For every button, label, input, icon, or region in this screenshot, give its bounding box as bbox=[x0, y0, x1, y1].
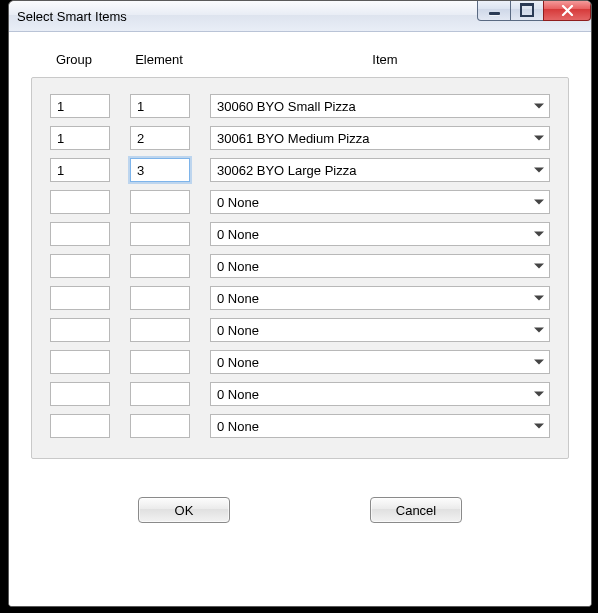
group-input[interactable] bbox=[50, 158, 110, 182]
close-icon bbox=[561, 5, 574, 16]
group-input[interactable] bbox=[50, 382, 110, 406]
element-input[interactable] bbox=[130, 190, 190, 214]
window-title: Select Smart Items bbox=[17, 9, 127, 24]
table-row: 30060 BYO Small Pizza bbox=[50, 94, 550, 118]
element-input[interactable] bbox=[130, 254, 190, 278]
item-combobox[interactable]: 0 None bbox=[210, 318, 550, 342]
table-row: 0 None bbox=[50, 414, 550, 438]
element-input[interactable] bbox=[130, 158, 190, 182]
chevron-down-icon bbox=[534, 104, 544, 109]
table-row: 0 None bbox=[50, 350, 550, 374]
chevron-down-icon bbox=[534, 200, 544, 205]
chevron-down-icon bbox=[534, 360, 544, 365]
element-input[interactable] bbox=[130, 350, 190, 374]
chevron-down-icon bbox=[534, 328, 544, 333]
maximize-icon bbox=[520, 3, 534, 17]
column-headers: Group Element Item bbox=[31, 52, 569, 67]
element-input[interactable] bbox=[130, 94, 190, 118]
element-input[interactable] bbox=[130, 382, 190, 406]
chevron-down-icon bbox=[534, 424, 544, 429]
client-area: Group Element Item 30060 BYO Small Pizza… bbox=[9, 32, 591, 607]
element-input[interactable] bbox=[130, 318, 190, 342]
item-combobox-value: 0 None bbox=[217, 419, 259, 434]
grid-frame: 30060 BYO Small Pizza30061 BYO Medium Pi… bbox=[31, 77, 569, 459]
item-combobox[interactable]: 0 None bbox=[210, 350, 550, 374]
item-combobox-value: 0 None bbox=[217, 387, 259, 402]
item-combobox-value: 0 None bbox=[217, 259, 259, 274]
close-button[interactable] bbox=[543, 0, 591, 21]
ok-button[interactable]: OK bbox=[138, 497, 230, 523]
item-combobox[interactable]: 30062 BYO Large Pizza bbox=[210, 158, 550, 182]
chevron-down-icon bbox=[534, 136, 544, 141]
chevron-down-icon bbox=[534, 296, 544, 301]
item-combobox-value: 0 None bbox=[217, 291, 259, 306]
header-element: Element bbox=[115, 52, 203, 67]
minimize-icon bbox=[489, 12, 500, 15]
chevron-down-icon bbox=[534, 264, 544, 269]
chevron-down-icon bbox=[534, 392, 544, 397]
item-combobox[interactable]: 30060 BYO Small Pizza bbox=[210, 94, 550, 118]
table-row: 0 None bbox=[50, 190, 550, 214]
table-row: 0 None bbox=[50, 382, 550, 406]
item-combobox[interactable]: 0 None bbox=[210, 254, 550, 278]
group-input[interactable] bbox=[50, 414, 110, 438]
item-combobox[interactable]: 0 None bbox=[210, 382, 550, 406]
element-input[interactable] bbox=[130, 414, 190, 438]
cancel-button[interactable]: Cancel bbox=[370, 497, 462, 523]
table-row: 30062 BYO Large Pizza bbox=[50, 158, 550, 182]
table-row: 0 None bbox=[50, 254, 550, 278]
group-input[interactable] bbox=[50, 286, 110, 310]
window-controls bbox=[478, 0, 591, 21]
item-combobox-value: 30062 BYO Large Pizza bbox=[217, 163, 356, 178]
dialog-window: Select Smart Items Group Element Item bbox=[8, 0, 592, 607]
chevron-down-icon bbox=[534, 232, 544, 237]
item-combobox-value: 0 None bbox=[217, 227, 259, 242]
group-input[interactable] bbox=[50, 126, 110, 150]
element-input[interactable] bbox=[130, 126, 190, 150]
group-input[interactable] bbox=[50, 222, 110, 246]
header-group: Group bbox=[33, 52, 115, 67]
group-input[interactable] bbox=[50, 318, 110, 342]
item-combobox-value: 0 None bbox=[217, 355, 259, 370]
table-row: 0 None bbox=[50, 318, 550, 342]
item-combobox[interactable]: 30061 BYO Medium Pizza bbox=[210, 126, 550, 150]
minimize-button[interactable] bbox=[477, 0, 511, 21]
item-combobox-value: 30060 BYO Small Pizza bbox=[217, 99, 356, 114]
header-item: Item bbox=[203, 52, 567, 67]
table-row: 30061 BYO Medium Pizza bbox=[50, 126, 550, 150]
item-combobox[interactable]: 0 None bbox=[210, 190, 550, 214]
item-combobox[interactable]: 0 None bbox=[210, 222, 550, 246]
item-combobox-value: 0 None bbox=[217, 195, 259, 210]
table-row: 0 None bbox=[50, 222, 550, 246]
chevron-down-icon bbox=[534, 168, 544, 173]
maximize-button[interactable] bbox=[510, 0, 544, 21]
group-input[interactable] bbox=[50, 254, 110, 278]
element-input[interactable] bbox=[130, 222, 190, 246]
dialog-buttons: OK Cancel bbox=[31, 497, 569, 523]
item-combobox-value: 0 None bbox=[217, 323, 259, 338]
item-combobox[interactable]: 0 None bbox=[210, 286, 550, 310]
group-input[interactable] bbox=[50, 190, 110, 214]
element-input[interactable] bbox=[130, 286, 190, 310]
item-combobox-value: 30061 BYO Medium Pizza bbox=[217, 131, 369, 146]
group-input[interactable] bbox=[50, 94, 110, 118]
table-row: 0 None bbox=[50, 286, 550, 310]
group-input[interactable] bbox=[50, 350, 110, 374]
item-combobox[interactable]: 0 None bbox=[210, 414, 550, 438]
titlebar: Select Smart Items bbox=[9, 1, 591, 32]
